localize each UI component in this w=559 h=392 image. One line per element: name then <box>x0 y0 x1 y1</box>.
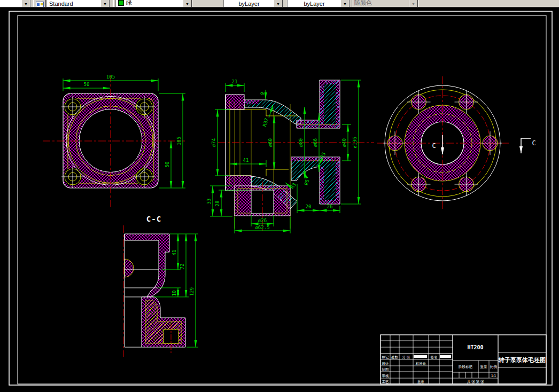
tb-drawing-title: 转子泵泵体毛坯图 <box>498 357 546 363</box>
lineweight-combo-value: byLayer <box>304 1 324 7</box>
section-mark-center: C <box>432 142 436 150</box>
color-combo[interactable]: 绿 ▼ <box>115 0 192 7</box>
tb-sign: 签名 <box>431 355 438 359</box>
title-block: 标记 处数 分 区 签名 设计 标准化 制图 审核 工艺 批准 HT200 阶段… <box>381 335 546 384</box>
side-view: C C <box>377 76 536 209</box>
redaction-bar <box>414 355 427 358</box>
tb-check: 审核 <box>382 374 390 378</box>
lineweight-combo[interactable]: byLayer ▼ <box>287 0 350 7</box>
dim-front-width-half: 50 <box>84 82 90 87</box>
green-color-swatch-icon <box>118 0 124 6</box>
plotstyle-combo-arrow-icon: ▼ <box>409 0 418 7</box>
tb-draw: 制图 <box>382 367 389 371</box>
dim-r37: R37 <box>262 117 270 128</box>
cad-application-window: 0 ▼ Standard ▼ 绿 ▼ byLayer ▼ byLayer ▼ 随… <box>0 0 559 392</box>
dim-cc-10: 10 <box>172 291 177 296</box>
text-style-icon <box>36 2 44 7</box>
tb-count: 处数 <box>391 355 399 359</box>
layer-combo[interactable]: 0 ▼ <box>0 0 31 7</box>
color-combo-arrow-icon[interactable]: ▼ <box>183 0 192 7</box>
dim-dia40: ø40 <box>341 138 347 147</box>
tb-sheets: 共 张 第 张 <box>467 380 484 384</box>
linetype-combo-value: byLayer <box>238 1 259 7</box>
dim-20: 20 <box>306 204 312 209</box>
dim-front-height: 105 <box>176 137 182 145</box>
tb-standardize: 标准化 <box>415 362 426 366</box>
dim-cc-72: 72 <box>180 264 185 270</box>
dim-26: 26 <box>327 204 333 209</box>
main-section-view: 21 9 R37 ø74 ø60 ø80 ø66 ø40 ø136 41 33 … <box>206 79 374 233</box>
dim-dia66: ø66 <box>313 138 318 147</box>
dim-dia26: ø26 <box>258 218 267 223</box>
tb-scale-label: 比例 <box>490 365 497 369</box>
dim-dia136: ø136 <box>352 137 358 148</box>
redaction-bar <box>440 355 451 358</box>
lineweight-combo-arrow-icon[interactable]: ▼ <box>340 0 350 7</box>
front-view: 105 50 105 50 <box>43 74 185 207</box>
style-combo-value: Standard <box>49 1 73 7</box>
tb-stage: 阶段标记 <box>459 365 473 369</box>
dim-front-height-half: 50 <box>165 162 170 168</box>
dim-r5a: R5 <box>304 179 310 186</box>
drawing-canvas[interactable]: 105 50 105 50 <box>0 0 559 392</box>
tb-process: 工艺 <box>382 380 390 383</box>
dim-front-width: 105 <box>106 74 115 80</box>
plotstyle-combo: 随颜色 ▼ <box>352 0 418 7</box>
text-style-button[interactable] <box>33 0 46 7</box>
dim-dia80: ø80 <box>298 138 304 147</box>
dim-cc-41: 41 <box>172 250 177 256</box>
linetype-combo[interactable]: byLayer ▼ <box>223 0 283 7</box>
dim-21: 21 <box>232 79 238 84</box>
cc-side-boss <box>125 259 134 277</box>
tb-zone: 分 区 <box>402 355 410 359</box>
dim-dia62-5: ø62.5 <box>255 225 269 230</box>
dim-41: 41 <box>243 158 249 163</box>
tb-mark: 标记 <box>382 355 390 359</box>
tb-weight: 重量 <box>480 365 488 369</box>
cc-section-view: C-C <box>123 215 198 357</box>
tb-scale-value: 1:1 <box>491 374 496 378</box>
plotstyle-combo-value: 随颜色 <box>354 0 372 7</box>
object-properties-toolbar: 0 ▼ Standard ▼ 绿 ▼ byLayer ▼ byLayer ▼ 随… <box>0 0 559 7</box>
color-combo-value: 绿 <box>126 0 132 7</box>
style-combo[interactable]: Standard ▼ <box>46 0 110 7</box>
toolbar-separator <box>112 0 114 7</box>
dim-9: 9 <box>260 91 266 96</box>
cc-view-title: C-C <box>146 215 161 223</box>
linetype-combo-arrow-icon[interactable]: ▼ <box>274 0 283 7</box>
style-combo-arrow-icon[interactable]: ▼ <box>100 0 110 7</box>
tb-design: 设计 <box>382 362 390 365</box>
dim-r3: R3 <box>289 182 297 190</box>
tb-approve: 批准 <box>417 380 425 384</box>
dim-cc-129: 129 <box>189 287 195 296</box>
layer-combo-arrow-icon[interactable]: ▼ <box>21 0 30 7</box>
dim-dia74: ø74 <box>211 138 216 147</box>
section-mark-right: C <box>532 139 535 147</box>
section-right-flange-lower <box>291 157 340 204</box>
dim-33: 33 <box>206 199 212 205</box>
tb-material: HT200 <box>467 344 483 350</box>
dim-28: 28 <box>215 201 220 207</box>
dim-dia60: ø60 <box>268 138 273 147</box>
